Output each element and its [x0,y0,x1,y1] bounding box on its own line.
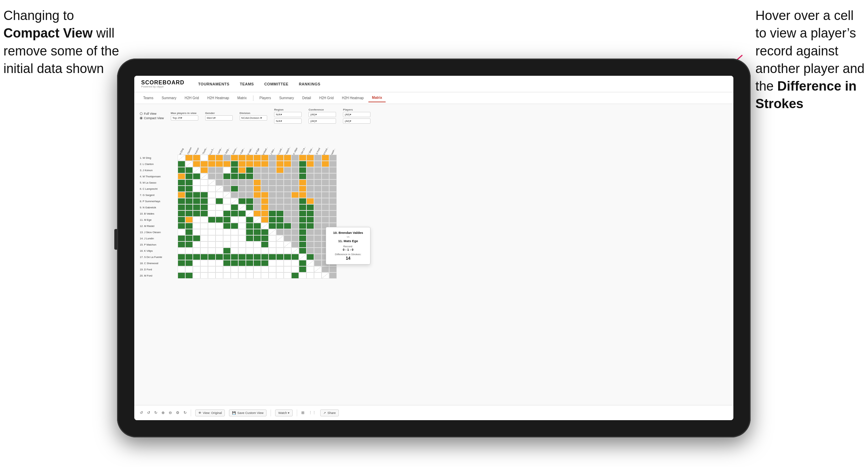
grid-cell[interactable] [178,235,185,241]
grid-cell[interactable] [314,217,322,223]
layout-icon[interactable]: ⊞ [301,411,304,415]
grid-cell[interactable] [216,254,223,260]
subnav-summary1[interactable]: Summary [158,94,180,102]
grid-cell[interactable] [314,272,322,279]
grid-cell[interactable] [261,235,269,241]
grid-cell[interactable] [276,186,284,192]
grid-cell[interactable] [299,173,306,179]
grid-cell[interactable] [193,248,200,254]
grid-cell[interactable] [306,155,314,161]
grid-cell[interactable] [185,260,193,266]
redo-icon[interactable]: ↻ [154,411,157,415]
grid-cell[interactable] [269,254,276,260]
grid-cell[interactable] [200,272,208,279]
grid-cell[interactable] [299,260,306,266]
grid-cell[interactable] [276,217,284,223]
grid-cell[interactable] [246,248,253,254]
grid-cell[interactable] [291,167,299,173]
grid-cell[interactable] [291,161,299,167]
grid-cell[interactable] [299,167,306,173]
grid-cell[interactable] [223,217,231,223]
grid-cell[interactable] [246,167,253,173]
grid-cell[interactable] [322,161,329,167]
grid-cell[interactable] [185,229,193,235]
grid-cell[interactable] [185,179,193,186]
subnav-detail[interactable]: Detail [299,94,315,102]
grid-cell[interactable] [299,229,306,235]
grid-cell[interactable] [269,266,276,272]
grid-cell[interactable] [269,217,276,223]
grid-cell[interactable] [178,217,185,223]
grid-cell[interactable] [200,198,208,204]
grid-cell[interactable] [306,210,314,217]
grid-cell[interactable] [299,272,306,279]
grid-cell[interactable] [223,235,231,241]
grid-cell[interactable] [246,260,253,266]
grid-cell[interactable] [284,272,291,279]
grid-cell[interactable] [231,241,238,248]
grid-cell[interactable] [185,223,193,229]
grid-cell[interactable] [178,266,185,272]
grid-cell[interactable] [299,210,306,217]
grid-cell[interactable] [208,217,216,223]
grid-cell[interactable] [246,204,253,210]
grid-cell[interactable] [246,186,253,192]
grid-cell[interactable] [276,204,284,210]
grid-cell[interactable] [284,173,291,179]
grid-cell[interactable] [231,272,238,279]
grid-cell[interactable] [216,161,223,167]
grid-cell[interactable] [200,260,208,266]
grid-cell[interactable] [284,254,291,260]
grid-cell[interactable] [291,229,299,235]
grid-cell[interactable] [193,186,200,192]
grid-cell[interactable] [253,161,261,167]
grid-cell[interactable] [193,155,200,161]
grid-cell[interactable] [276,260,284,266]
grid-cell[interactable] [178,186,185,192]
grid-cell[interactable] [216,235,223,241]
grid-cell[interactable] [223,198,231,204]
nav-teams[interactable]: TEAMS [240,81,254,87]
grid-cell[interactable] [238,186,246,192]
grid-cell[interactable] [231,217,238,223]
grid-cell[interactable] [246,254,253,260]
grid-cell[interactable] [216,198,223,204]
grid-cell[interactable] [329,167,337,173]
grid-cell[interactable] [261,173,269,179]
grid-cell[interactable] [193,254,200,260]
grid-cell[interactable] [291,266,299,272]
grid-cell[interactable] [208,229,216,235]
grid-cell[interactable] [246,241,253,248]
grid-cell[interactable] [306,223,314,229]
grid-cell[interactable] [223,241,231,248]
grid-cell[interactable] [238,155,246,161]
grid-cell[interactable] [208,223,216,229]
grid-cell[interactable] [253,235,261,241]
grid-cell[interactable] [193,272,200,279]
grid-cell[interactable] [223,204,231,210]
grid-cell[interactable] [276,241,284,248]
grid-cell[interactable] [306,161,314,167]
zoom-icon[interactable]: ⊕ [161,411,165,415]
grid-cell[interactable] [223,266,231,272]
grid-cell[interactable] [223,173,231,179]
subnav-matrix1[interactable]: Matrix [234,94,250,102]
grid-cell[interactable] [178,155,185,161]
grid-cell[interactable] [284,266,291,272]
grid-cell[interactable] [261,161,269,167]
grid-cell[interactable] [291,198,299,204]
grid-cell[interactable] [193,173,200,179]
grid-cell[interactable] [246,229,253,235]
grid-cell[interactable] [193,241,200,248]
grid-cell[interactable] [193,192,200,198]
grid-cell[interactable] [269,198,276,204]
conference-select2[interactable]: (All)▾ [308,118,336,124]
grid-cell[interactable] [306,217,314,223]
region-select2[interactable]: N/A▾ [274,118,302,124]
grid-cell[interactable] [193,204,200,210]
grid-cell[interactable] [299,161,306,167]
grid-cell[interactable] [284,179,291,186]
grid-cell[interactable] [193,217,200,223]
grid-cell[interactable] [216,155,223,161]
grid-cell[interactable] [291,272,299,279]
